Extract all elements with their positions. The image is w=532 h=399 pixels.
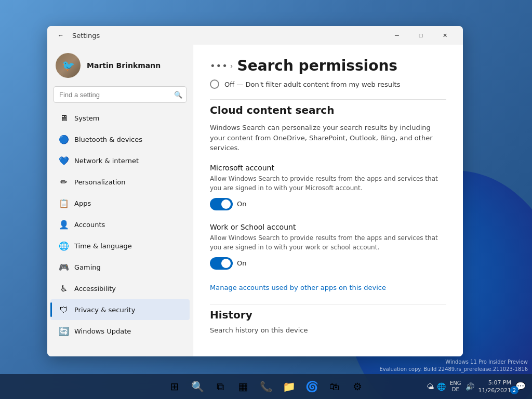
content-area: ••• › Search permissions Off — Don't fil… [193, 45, 463, 356]
sidebar-item-label-accounts: Accounts [74, 221, 105, 229]
taskbar-explorer-button[interactable]: 📁 [278, 376, 299, 397]
microsoft-account-label: Microsoft account [210, 164, 446, 172]
time-nav-icon: 🌐 [59, 241, 69, 251]
lang-code: ENG [450, 380, 461, 387]
history-section-title: History [210, 309, 446, 321]
back-button[interactable]: ← [54, 28, 68, 43]
sidebar-item-label-bluetooth: Bluetooth & devices [74, 136, 142, 143]
taskbar-center: ⊞ 🔍 ⧉ ▦ 📞 📁 🌀 🛍 ⚙ [164, 376, 368, 397]
cloud-section-description: Windows Search can personalize your sear… [210, 123, 446, 153]
minimize-button[interactable]: ─ [385, 26, 409, 45]
language-block[interactable]: ENG DE [450, 380, 461, 393]
title-bar: ← Settings ─ □ ✕ [47, 26, 463, 45]
notification-badge: 2 [510, 386, 518, 394]
work-account-toggle[interactable] [210, 257, 233, 270]
network-nav-icon: 💙 [59, 155, 69, 166]
work-account-toggle-row: On [210, 257, 446, 270]
sidebar-item-apps[interactable]: 📋Apps [50, 193, 190, 214]
accessibility-nav-icon: ♿ [59, 283, 69, 294]
history-section-description: Search history on this device [210, 326, 446, 334]
weather-icon[interactable]: 🌤 [427, 382, 434, 391]
sidebar-item-time[interactable]: 🌐Time & language [50, 235, 190, 256]
work-account-toggle-thumb [221, 259, 231, 268]
eval-line-2: Evaluation copy. Build 22489.rs_prerelea… [0, 366, 528, 373]
taskbar-edge-button[interactable]: 🌀 [301, 376, 322, 397]
eval-text-container: Windows 11 Pro Insider Preview Evaluatio… [0, 358, 532, 374]
breadcrumb-chevron: › [230, 62, 233, 70]
search-input[interactable] [54, 86, 187, 103]
taskbar-search-button[interactable]: 🔍 [187, 376, 208, 397]
lang-variant: DE [452, 387, 459, 393]
work-account-description: Allow Windows Search to provide results … [210, 233, 446, 252]
nav-list: 🖥System🔵Bluetooth & devices💙Network & in… [47, 107, 193, 342]
microsoft-account-toggle[interactable] [210, 198, 233, 210]
maximize-button[interactable]: □ [409, 26, 433, 45]
breadcrumb-dots[interactable]: ••• [210, 60, 228, 71]
microsoft-account-row: Microsoft account Allow Windows Search t… [210, 164, 446, 210]
taskbar-settings-button[interactable]: ⚙ [347, 376, 368, 397]
adult-filter-row[interactable]: Off — Don't filter adult content from my… [210, 79, 446, 89]
work-account-row: Work or School account Allow Windows Sea… [210, 223, 446, 270]
history-section: History Search history on this device [210, 309, 446, 334]
clock-date: 11/26/2021 [478, 387, 511, 394]
microsoft-account-toggle-thumb [221, 200, 231, 209]
speaker-icon[interactable]: 🔊 [466, 382, 474, 391]
user-profile[interactable]: 🐦 Martin Brinkmann [47, 45, 193, 84]
taskbar-teams-button[interactable]: 📞 [256, 376, 276, 397]
avatar-image: 🐦 [56, 53, 81, 78]
clock-time: 5:07 PM [488, 379, 511, 387]
manage-accounts-link[interactable]: Manage accounts used by other apps on th… [210, 284, 386, 291]
sidebar-item-network[interactable]: 💙Network & internet [50, 150, 190, 171]
divider-1 [210, 99, 446, 100]
breadcrumb: ••• › Search permissions [210, 57, 446, 74]
taskbar-widgets-button[interactable]: ▦ [233, 376, 254, 397]
sidebar-item-label-update: Windows Update [74, 327, 131, 335]
sidebar-item-accounts[interactable]: 👤Accounts [50, 214, 190, 235]
apps-nav-icon: 📋 [59, 198, 69, 208]
sidebar-item-system[interactable]: 🖥System [50, 108, 190, 128]
update-nav-icon: 🔄 [59, 326, 69, 336]
system-tray: 🌤 🌐 [427, 382, 446, 391]
cloud-search-section: Cloud content search Windows Search can … [210, 104, 446, 304]
accounts-nav-icon: 👤 [59, 219, 69, 230]
sidebar-item-gaming[interactable]: 🎮Gaming [50, 257, 190, 277]
user-name: Martin Brinkmann [87, 61, 161, 70]
page-title: Search permissions [237, 57, 397, 74]
close-button[interactable]: ✕ [433, 26, 457, 45]
bluetooth-nav-icon: 🔵 [59, 134, 69, 144]
sidebar-item-label-time: Time & language [74, 242, 132, 250]
sidebar-item-accessibility[interactable]: ♿Accessibility [50, 278, 190, 299]
clock-block[interactable]: 5:07 PM 11/26/2021 [478, 379, 511, 395]
microsoft-account-toggle-row: On [210, 198, 446, 210]
taskbar-store-button[interactable]: 🛍 [324, 376, 345, 397]
system-nav-icon: 🖥 [59, 113, 69, 123]
taskbar-right: 🌤 🌐 ENG DE 🔊 5:07 PM 11/26/2021 💬 2 [427, 379, 526, 395]
sidebar-item-update[interactable]: 🔄Windows Update [50, 321, 190, 341]
sound-battery-group: 🔊 [466, 382, 474, 391]
personalization-nav-icon: ✏️ [59, 177, 69, 187]
title-bar-left: ← Settings [54, 28, 100, 43]
network-tray-icon[interactable]: 🌐 [437, 382, 446, 391]
work-account-label: Work or School account [210, 223, 446, 231]
window-body: 🐦 Martin Brinkmann 🔍 🖥System🔵Bluetooth &… [47, 45, 463, 356]
sidebar-item-label-privacy: Privacy & security [74, 306, 135, 314]
adult-filter-label: Off — Don't filter adult content from my… [224, 81, 400, 88]
microsoft-account-description: Allow Windows Search to provide results … [210, 174, 446, 193]
adult-filter-radio[interactable] [210, 79, 219, 89]
privacy-nav-icon: 🛡 [59, 304, 69, 315]
sidebar-item-personalization[interactable]: ✏️Personalization [50, 171, 190, 192]
sidebar-item-bluetooth[interactable]: 🔵Bluetooth & devices [50, 129, 190, 150]
window-controls: ─ □ ✕ [385, 26, 457, 45]
divider-2 [210, 304, 446, 304]
cloud-section-title: Cloud content search [210, 104, 446, 116]
sidebar-item-privacy[interactable]: 🛡Privacy & security [50, 299, 190, 320]
notification-area[interactable]: 💬 2 [515, 381, 526, 392]
sidebar-item-label-apps: Apps [74, 200, 91, 207]
taskbar: ⊞ 🔍 ⧉ ▦ 📞 📁 🌀 🛍 ⚙ 🌤 🌐 ENG DE 🔊 5:07 PM 1… [0, 374, 532, 399]
taskbar-taskview-button[interactable]: ⧉ [210, 376, 231, 397]
start-button[interactable]: ⊞ [164, 376, 185, 397]
settings-window: ← Settings ─ □ ✕ 🐦 Martin Brinkmann 🔍 [47, 26, 463, 356]
sidebar-item-label-network: Network & internet [74, 157, 139, 165]
sidebar-item-label-system: System [74, 114, 99, 122]
gaming-nav-icon: 🎮 [59, 262, 69, 272]
